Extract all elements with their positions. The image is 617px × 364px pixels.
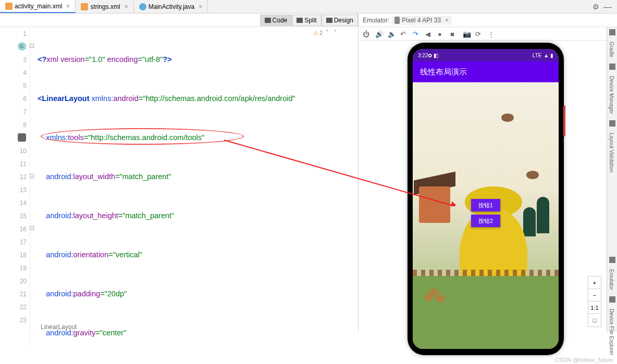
tab-mainactivity[interactable]: MainActivity.java ×: [134, 0, 208, 13]
back-icon[interactable]: ◀: [425, 30, 433, 37]
power-icon[interactable]: ⏻: [363, 30, 370, 37]
device-selector[interactable]: Pixel 4 API 33 ×: [391, 16, 452, 25]
layout-validation-tab[interactable]: Layout Validation: [607, 129, 616, 177]
line-number: 13: [0, 183, 30, 196]
tab-activity-main[interactable]: activity_main.xml ×: [0, 0, 76, 13]
tab-label: activity_main.xml: [15, 3, 62, 10]
line-number: 17: [0, 235, 30, 248]
layout-validation-icon: [609, 120, 615, 127]
close-icon[interactable]: ×: [125, 3, 128, 10]
refresh-icon[interactable]: ⟳: [475, 30, 483, 37]
xml-icon: [5, 3, 13, 10]
line-number: 21: [0, 287, 30, 300]
line-number: 22: [0, 300, 30, 313]
xml-icon: [81, 3, 88, 10]
split-icon: [297, 18, 303, 23]
line-number: 18: [0, 248, 30, 261]
phone-screen[interactable]: 3:22 ✿ ◧ LTE ▲ ▮ 线性布局演示: [413, 49, 559, 349]
zoom-in-button[interactable]: +: [588, 277, 601, 289]
device-file-explorer-tab[interactable]: Device File Explorer: [607, 305, 616, 359]
emulator-toolbar: ⏻ 🔊 🔉 ↶ ↷ ◀ ● ■ 📷 ⟳ ⋮: [359, 27, 617, 41]
app-button-2[interactable]: 按钮2: [471, 215, 500, 227]
bird-decoration: [501, 114, 514, 122]
more-icon[interactable]: ⋮: [488, 30, 495, 37]
line-number: 11: [0, 157, 30, 170]
file-tabs: activity_main.xml × strings.xml × MainAc…: [0, 0, 617, 14]
app-background: 按钮1 按钮2: [413, 82, 559, 349]
device-explorer-icon: [609, 296, 615, 303]
line-number: 7: [0, 105, 30, 118]
overview-icon[interactable]: ■: [450, 30, 458, 37]
line-number: 15: [0, 209, 30, 222]
java-icon: [139, 3, 146, 10]
power-button-physical: [563, 105, 565, 136]
device-manager-icon: [609, 64, 615, 70]
line-number: 23: [0, 313, 30, 327]
rotate-left-icon[interactable]: ↶: [400, 30, 408, 37]
volume-up-icon[interactable]: 🔊: [375, 30, 382, 37]
emulator-header: Emulator: Pixel 4 API 33 ×: [359, 14, 617, 27]
close-icon[interactable]: ×: [199, 3, 202, 10]
camera-icon[interactable]: 📷: [463, 30, 470, 37]
app-bar: 线性布局演示: [413, 61, 559, 82]
line-number: 10: [0, 144, 30, 157]
ground-decoration: [413, 276, 559, 349]
breadcrumb[interactable]: LinearLayout: [38, 322, 80, 332]
line-number: 9: [0, 131, 30, 144]
zoom-out-button[interactable]: −: [588, 289, 601, 302]
tab-label: MainActivity.java: [149, 3, 194, 10]
watermark: CSDN @hollow_future: [555, 357, 613, 363]
app-button-1[interactable]: 按钮1: [471, 199, 500, 211]
class-icon: C: [18, 42, 26, 51]
code-area[interactable]: <?xml version="1.0" encoding="utf-8"?> <…: [38, 27, 358, 364]
close-icon[interactable]: ×: [66, 3, 70, 10]
minimize-icon[interactable]: —: [603, 3, 612, 12]
close-icon[interactable]: ×: [445, 17, 449, 24]
zoom-fit-button[interactable]: □: [588, 314, 601, 327]
line-number: 16−: [0, 222, 30, 235]
status-bar: 3:22 ✿ ◧ LTE ▲ ▮: [413, 49, 559, 61]
zoom-controls: + − 1:1 □: [588, 276, 601, 327]
emulator-pane: Emulator: Pixel 4 API 33 × ⏻ 🔊 🔉 ↶ ↷ ◀ ●…: [359, 14, 617, 332]
plant-decoration: [523, 207, 536, 236]
line-number: 2C−: [0, 40, 30, 53]
line-number: 3: [0, 53, 30, 66]
fold-icon[interactable]: −: [30, 226, 34, 230]
gear-icon[interactable]: ⚙: [593, 3, 599, 11]
view-code-button[interactable]: Code: [260, 15, 292, 26]
line-number: 8: [0, 118, 30, 131]
code-editor-pane: Code Split Design ⚠ 2 ˄ ˅ 1 2C− 3 4 5 6 …: [0, 14, 359, 332]
view-design-button[interactable]: Design: [322, 15, 358, 26]
fold-icon[interactable]: −: [30, 174, 34, 178]
line-number: 6: [0, 92, 30, 105]
volume-down-icon[interactable]: 🔉: [388, 30, 395, 37]
image-icon: [18, 133, 26, 142]
rotate-right-icon[interactable]: ↷: [413, 30, 420, 37]
line-number: 1: [0, 27, 30, 40]
design-icon: [326, 18, 332, 23]
emulator-icon: [609, 257, 615, 263]
view-split-button[interactable]: Split: [292, 15, 321, 26]
main-split: Code Split Design ⚠ 2 ˄ ˅ 1 2C− 3 4 5 6 …: [0, 14, 617, 332]
zoom-actual-button[interactable]: 1:1: [588, 302, 601, 314]
line-number: 12−: [0, 170, 30, 183]
line-number: 14: [0, 196, 30, 209]
nut-decoration: [436, 295, 445, 302]
line-number: 19: [0, 261, 30, 274]
fold-icon[interactable]: −: [30, 44, 34, 48]
gradle-icon: [609, 29, 615, 35]
phone-icon: [394, 17, 400, 24]
line-number: 20: [0, 274, 30, 287]
bird-decoration: [526, 171, 539, 179]
emulator-tab[interactable]: Emulator: [607, 265, 616, 294]
line-number: 4: [0, 66, 30, 79]
code-icon: [265, 18, 271, 23]
line-number: 5: [0, 79, 30, 92]
device-manager-tab[interactable]: Device Manager: [607, 72, 616, 118]
gradle-tab[interactable]: Gradle: [607, 37, 616, 61]
tab-strings[interactable]: strings.xml ×: [76, 0, 133, 13]
tab-label: strings.xml: [90, 3, 120, 10]
home-icon[interactable]: ●: [438, 30, 445, 37]
gutter: 1 2C− 3 4 5 6 7 8 9 10 11 12− 13 14 15 1…: [0, 27, 30, 346]
annotation-ellipse: [41, 128, 244, 145]
